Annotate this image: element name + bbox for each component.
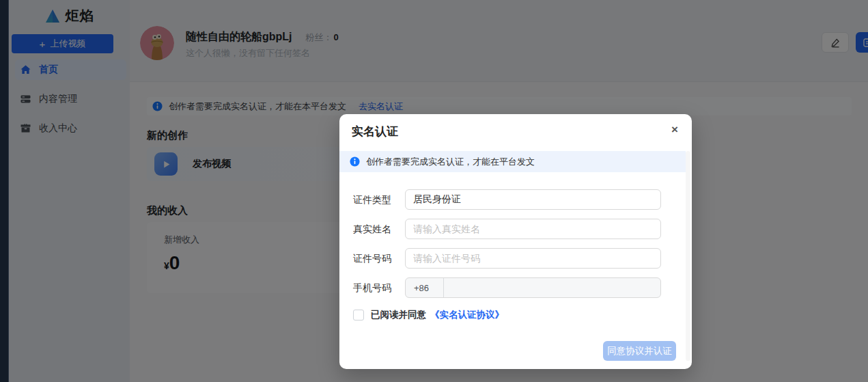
- modal-title: 实名认证: [352, 124, 398, 139]
- submit-cert-button[interactable]: 同意协议并认证: [603, 341, 676, 361]
- field-label-real-name: 真实姓名: [353, 219, 404, 239]
- phone-prefix: +86: [406, 278, 444, 297]
- phone-number-input: [444, 278, 660, 297]
- agreement-checkbox[interactable]: [353, 310, 364, 320]
- field-label-phone: 手机号码: [353, 277, 404, 298]
- modal-notice-bar: 创作者需要完成实名认证，才能在平台发文: [339, 151, 686, 172]
- modal-notice-text: 创作者需要完成实名认证，才能在平台发文: [366, 156, 535, 168]
- field-label-id-number: 证件号码: [353, 248, 404, 269]
- field-label-id-type: 证件类型: [353, 189, 404, 210]
- agreement-row: 已阅读并同意 《实名认证协议》: [353, 309, 504, 321]
- real-name-input[interactable]: [405, 219, 661, 239]
- id-number-input[interactable]: [405, 248, 661, 269]
- id-type-input[interactable]: [405, 189, 661, 210]
- phone-input-group: +86: [405, 277, 661, 298]
- agreement-link[interactable]: 《实名认证协议》: [430, 309, 504, 321]
- info-icon: [350, 156, 360, 167]
- modal-scrollbar[interactable]: [686, 151, 690, 361]
- close-icon[interactable]: ×: [667, 122, 682, 137]
- app-window: 炬焰 + 上传视频 首页: [0, 0, 868, 382]
- agreement-text: 已阅读并同意: [371, 309, 426, 321]
- realname-cert-modal: 实名认证 × 创作者需要完成实名认证，才能在平台发文 证件类型 真实姓名 证件号…: [339, 114, 692, 369]
